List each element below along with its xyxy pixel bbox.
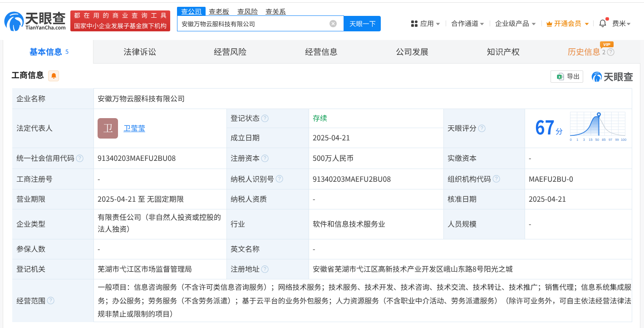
svg-text:?: ? [495, 176, 497, 181]
svg-text:?: ? [263, 155, 266, 161]
svg-text:?: ? [78, 155, 81, 161]
svg-text:?: ? [278, 176, 280, 181]
svg-text:VIP: VIP [603, 42, 610, 47]
svg-text:?: ? [263, 266, 266, 272]
svg-text:?: ? [480, 125, 483, 131]
svg-text:?: ? [49, 298, 52, 303]
svg-text:x: x [558, 75, 560, 79]
svg-text:?: ? [263, 115, 266, 121]
svg-text:?: ? [610, 49, 612, 55]
